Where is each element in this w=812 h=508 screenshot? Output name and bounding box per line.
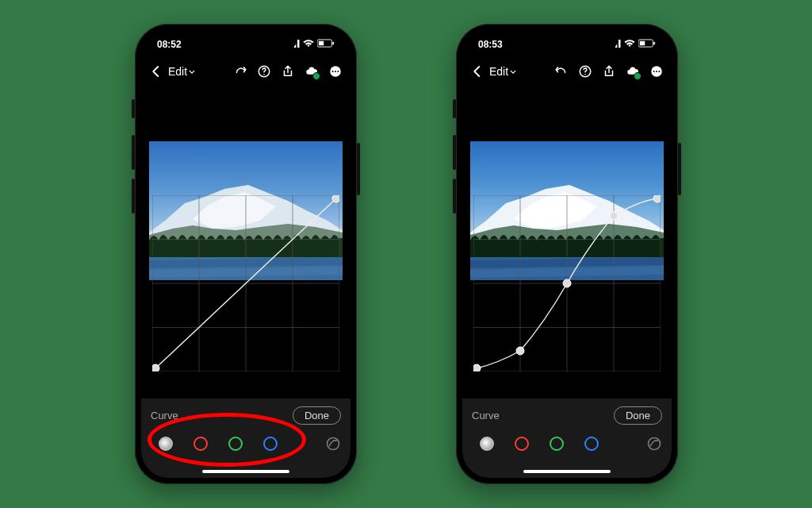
share-icon[interactable] xyxy=(602,64,616,79)
silence-switch xyxy=(453,99,456,118)
svg-point-36 xyxy=(653,71,655,72)
share-icon[interactable] xyxy=(281,64,295,79)
curve-panel: Curve Done xyxy=(462,398,672,478)
app-navbar: Edit xyxy=(462,57,672,86)
channel-blue[interactable] xyxy=(584,437,599,451)
curve-point-mid[interactable] xyxy=(563,279,571,287)
sync-status-badge xyxy=(312,72,320,80)
cloud-sync-icon[interactable] xyxy=(304,64,319,79)
curve-editor[interactable] xyxy=(149,141,343,371)
svg-point-8 xyxy=(263,74,265,75)
channel-red[interactable] xyxy=(193,437,208,451)
status-time: 08:52 xyxy=(157,39,182,50)
channel-selector-row xyxy=(472,436,662,452)
panel-title: Curve xyxy=(151,410,178,421)
svg-rect-3 xyxy=(297,40,300,48)
channel-luminance[interactable] xyxy=(480,437,494,451)
svg-rect-6 xyxy=(332,42,334,45)
volume-up xyxy=(453,135,456,170)
cloud-sync-icon[interactable] xyxy=(626,64,640,79)
svg-rect-31 xyxy=(640,41,645,46)
curve-point-highlight[interactable] xyxy=(332,195,339,202)
battery-icon xyxy=(638,39,656,50)
channel-red[interactable] xyxy=(515,437,529,451)
channel-blue[interactable] xyxy=(263,437,278,451)
done-button[interactable]: Done xyxy=(614,406,662,425)
phone-left: 08:52 xyxy=(135,24,357,484)
back-icon[interactable] xyxy=(149,64,163,79)
curve-panel: Curve Done xyxy=(141,398,350,478)
svg-point-25 xyxy=(327,438,339,450)
app-navbar: Edit xyxy=(141,57,350,86)
home-indicator[interactable] xyxy=(202,470,289,473)
edit-label: Edit xyxy=(168,65,187,78)
curve-point-black[interactable] xyxy=(473,364,481,371)
curve-plot[interactable] xyxy=(473,195,661,371)
svg-point-37 xyxy=(656,71,657,72)
channel-selector-row xyxy=(151,436,341,452)
svg-rect-5 xyxy=(319,41,324,46)
sync-status-badge xyxy=(634,72,642,80)
parametric-toggle-icon[interactable] xyxy=(325,436,341,452)
channel-green[interactable] xyxy=(228,437,243,451)
svg-point-10 xyxy=(332,71,334,72)
curve-point-highlight[interactable] xyxy=(610,212,618,220)
curve-plot[interactable] xyxy=(152,195,339,371)
phone-right: 08:53 xyxy=(456,24,678,484)
edit-dropdown[interactable]: Edit xyxy=(489,65,516,78)
chevron-down-icon xyxy=(510,70,516,74)
channel-luminance[interactable] xyxy=(159,437,173,451)
screen: 08:52 xyxy=(141,30,350,478)
back-icon[interactable] xyxy=(470,64,485,79)
silence-switch xyxy=(132,99,135,118)
status-time: 08:53 xyxy=(478,39,503,50)
svg-point-50 xyxy=(649,438,661,450)
curve-point-white[interactable] xyxy=(653,195,661,202)
volume-up xyxy=(132,135,135,170)
help-icon[interactable] xyxy=(257,64,271,79)
done-button[interactable]: Done xyxy=(293,406,341,425)
notch xyxy=(194,30,297,51)
svg-point-11 xyxy=(335,71,336,72)
more-icon[interactable] xyxy=(649,64,664,79)
side-button xyxy=(678,143,681,195)
battery-icon xyxy=(317,39,335,50)
curve-point-shadow[interactable] xyxy=(152,364,159,371)
help-icon[interactable] xyxy=(578,64,592,79)
parametric-toggle-icon[interactable] xyxy=(646,436,662,452)
undo-icon[interactable] xyxy=(554,64,569,79)
svg-rect-29 xyxy=(619,40,621,48)
curve-point-shadow[interactable] xyxy=(516,347,524,355)
chevron-down-icon xyxy=(189,70,195,74)
redo-icon[interactable] xyxy=(233,64,247,79)
home-indicator[interactable] xyxy=(523,470,611,473)
volume-down xyxy=(132,179,135,214)
wifi-icon xyxy=(624,39,635,50)
screen: 08:53 xyxy=(462,30,672,478)
comparison-stage: 08:52 xyxy=(0,0,812,508)
side-button xyxy=(357,143,360,195)
svg-rect-32 xyxy=(653,42,655,45)
volume-down xyxy=(453,179,456,214)
edit-label: Edit xyxy=(489,65,508,78)
more-icon[interactable] xyxy=(328,64,343,79)
channel-green[interactable] xyxy=(550,437,564,451)
svg-point-34 xyxy=(584,74,586,75)
svg-point-12 xyxy=(337,71,339,72)
curve-editor[interactable] xyxy=(470,141,664,371)
edit-dropdown[interactable]: Edit xyxy=(168,65,195,78)
wifi-icon xyxy=(303,39,314,50)
notch xyxy=(515,30,619,51)
panel-title: Curve xyxy=(472,410,500,421)
svg-point-38 xyxy=(658,71,660,72)
